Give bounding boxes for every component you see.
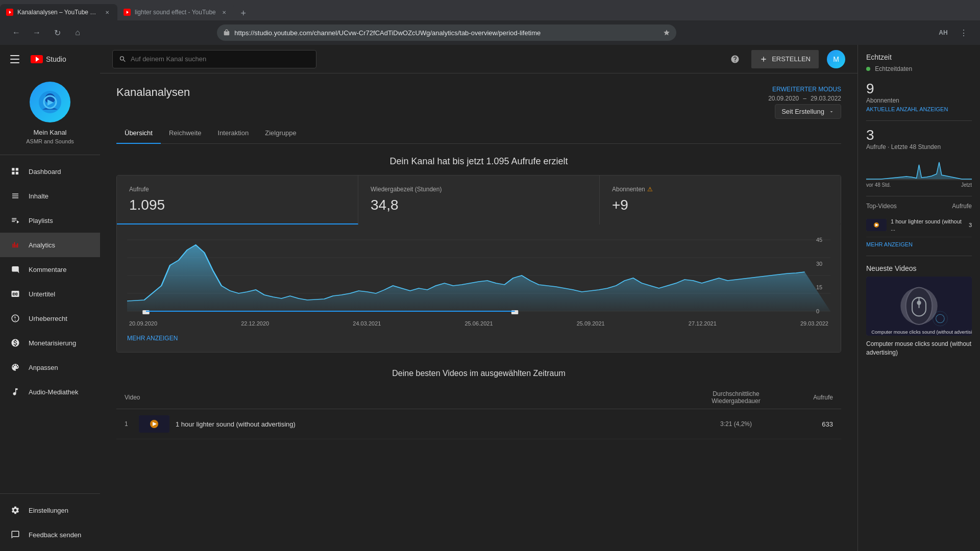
- analytics-chart: [127, 235, 830, 316]
- create-button[interactable]: ERSTELLEN: [751, 50, 819, 68]
- stat-aufrufe: Aufrufe 1.095: [117, 176, 358, 224]
- chevron-down-icon: [828, 109, 835, 115]
- nav-items: Dashboard Inhalte Playlists: [0, 155, 100, 493]
- svg-point-34: [917, 300, 921, 305]
- sidebar-item-feedback[interactable]: Feedback senden: [0, 522, 100, 547]
- kommentare-label: Kommentare: [29, 266, 66, 273]
- warning-icon: ⚠: [647, 186, 653, 193]
- date-from: 20.09.2020: [768, 95, 799, 102]
- tab-interaktion[interactable]: Interaktion: [210, 123, 257, 144]
- svg-rect-13: [16, 172, 18, 174]
- date-2: 24.03.2021: [353, 320, 381, 327]
- help-button[interactable]: [727, 51, 743, 67]
- new-tab-button[interactable]: +: [236, 6, 251, 20]
- col-header-duration: Durchschnittliche Wiedergabedauer: [690, 390, 782, 405]
- aufrufe-rt-value: 3: [866, 127, 972, 143]
- search-input[interactable]: [131, 55, 310, 63]
- echtzeit-title: Echtzeit: [866, 53, 972, 61]
- abonnenten-rt-label: Abonnenten: [866, 97, 972, 104]
- col-header-video: Video: [125, 394, 690, 401]
- tab-zielgruppe[interactable]: Zielgruppe: [257, 123, 304, 144]
- date-to: 29.03.2022: [811, 95, 841, 102]
- tab-inactive[interactable]: lighter sound effect - YouTube ✕: [117, 4, 234, 20]
- channel-avatar[interactable]: [30, 82, 70, 122]
- tab-active[interactable]: Kanalanalysen – YouTube Studio ✕: [0, 4, 117, 20]
- tab-reichweite[interactable]: Reichweite: [161, 123, 210, 144]
- menu-button[interactable]: ⋮: [955, 24, 972, 41]
- browser-chrome: Kanalanalysen – YouTube Studio ✕ lighter…: [0, 0, 980, 45]
- rt-aufrufe: 3 Aufrufe · Letzte 48 Stunden: [866, 127, 972, 151]
- sidebar-item-inhalte[interactable]: Inhalte: [0, 184, 100, 208]
- tab-close-inactive[interactable]: ✕: [220, 8, 228, 16]
- dashboard-icon: [10, 166, 20, 177]
- audio-mediathek-icon: [10, 387, 20, 397]
- aktuelle-anzahl-link[interactable]: AKTUELLE ANZAHL ANZEIGEN: [866, 106, 972, 112]
- top-video-thumb: [866, 219, 887, 231]
- date-range-label: Seit Erstellung: [781, 108, 824, 115]
- channel-name: Mein Kanal: [33, 129, 66, 136]
- neueste-title: Neueste Videos: [866, 264, 972, 272]
- hamburger-button[interactable]: [8, 51, 24, 67]
- aufrufe-label: Aufrufe: [129, 186, 346, 193]
- analytics-tabs: Übersicht Reichweite Interaktion Zielgru…: [116, 123, 841, 144]
- date-range: 20.09.2020 – 29.03.2022: [768, 95, 841, 102]
- tab-uebersicht[interactable]: Übersicht: [116, 123, 161, 144]
- hamburger-line-2: [10, 59, 19, 60]
- col-header-views: Aufrufe: [782, 394, 833, 401]
- playlists-icon: [10, 215, 20, 226]
- analytics-icon: [10, 240, 20, 250]
- hamburger-line-3: [10, 62, 19, 63]
- mehr-anzeigen-button[interactable]: MEHR ANZEIGEN: [127, 335, 178, 342]
- date-range-selector[interactable]: Seit Erstellung: [775, 104, 841, 119]
- table-row: 1 1 hour lighter sound (without advertis…: [116, 409, 841, 439]
- inhalte-label: Inhalte: [29, 192, 48, 200]
- home-button[interactable]: ⌂: [69, 24, 86, 41]
- extensions-button[interactable]: AH: [935, 24, 951, 41]
- sidebar-item-kommentare[interactable]: Kommentare: [0, 257, 100, 282]
- aufrufe-rt-label: Aufrufe · Letzte 48 Stunden: [866, 143, 972, 151]
- date-6: 29.03.2022: [800, 320, 828, 327]
- sidebar-item-urheberrecht[interactable]: Urheberrecht: [0, 306, 100, 331]
- tab-label-inactive: lighter sound effect - YouTube: [135, 9, 216, 16]
- top-bar: ERSTELLEN M: [100, 45, 857, 73]
- rt-label-jetzt: Jetzt: [961, 182, 972, 188]
- lock-icon: [223, 29, 230, 36]
- reload-button[interactable]: ↻: [49, 24, 65, 41]
- sidebar-item-anpassen[interactable]: Anpassen: [0, 355, 100, 380]
- main-content: ERSTELLEN M Kanalanalysen ERWEITERTER MO…: [100, 45, 857, 551]
- stat-wiedergabezeit: Wiedergabezeit (Stunden) 34,8: [358, 176, 600, 224]
- sidebar-item-dashboard[interactable]: Dashboard: [0, 159, 100, 184]
- user-avatar[interactable]: M: [827, 50, 845, 68]
- erweiterter-modus-button[interactable]: ERWEITERTER MODUS: [772, 86, 841, 93]
- top-video-item: 1 hour lighter sound (without ... 3: [866, 214, 972, 237]
- sidebar-item-monetarisierung[interactable]: Monetarisierung: [0, 331, 100, 355]
- axis-0: 0: [816, 308, 830, 314]
- rt-label-vor: vor 48 Std.: [866, 182, 891, 188]
- youtube-logo-icon: [31, 55, 43, 63]
- create-icon: [760, 55, 768, 63]
- address-bar[interactable]: https://studio.youtube.com/channel/UCvw-…: [217, 24, 676, 41]
- sidebar-item-untertitel[interactable]: Untertitel: [0, 282, 100, 306]
- studio-logo[interactable]: Studio: [31, 55, 66, 63]
- rt-chart: [866, 155, 972, 180]
- stats-container: Aufrufe 1.095 Wiedergabezeit (Stunden) 3…: [117, 176, 841, 224]
- search-bar[interactable]: [112, 50, 316, 68]
- sidebar-item-einstellungen[interactable]: Einstellungen: [0, 498, 100, 522]
- sidebar-item-analytics[interactable]: Analytics: [0, 233, 100, 257]
- mehr-anzeigen-rt-button[interactable]: MEHR ANZEIGEN: [866, 241, 972, 247]
- sidebar-item-audio-mediathek[interactable]: Audio-Mediathek: [0, 380, 100, 404]
- chart-dates: 20.09.2020 22.12.2020 24.03.2021 25.06.2…: [127, 320, 830, 327]
- app-layout: Studio Mein Kanal ASMR and Sounds: [0, 45, 980, 551]
- table-header: Video Durchschnittliche Wiedergabedauer …: [116, 386, 841, 409]
- sidebar-item-playlists[interactable]: Playlists: [0, 208, 100, 233]
- stat-abonnenten: Abonnenten ⚠ +9: [600, 176, 841, 224]
- forward-button[interactable]: →: [29, 24, 45, 41]
- search-icon: [119, 55, 127, 63]
- back-button[interactable]: ←: [8, 24, 24, 41]
- einstellungen-label: Einstellungen: [29, 507, 68, 514]
- sidebar-header: Studio: [0, 45, 100, 73]
- tab-close-active[interactable]: ✕: [103, 8, 111, 16]
- top-video-views: 3: [969, 222, 972, 228]
- monetarisierung-icon: [10, 338, 20, 348]
- rt-divider-1: [866, 120, 972, 121]
